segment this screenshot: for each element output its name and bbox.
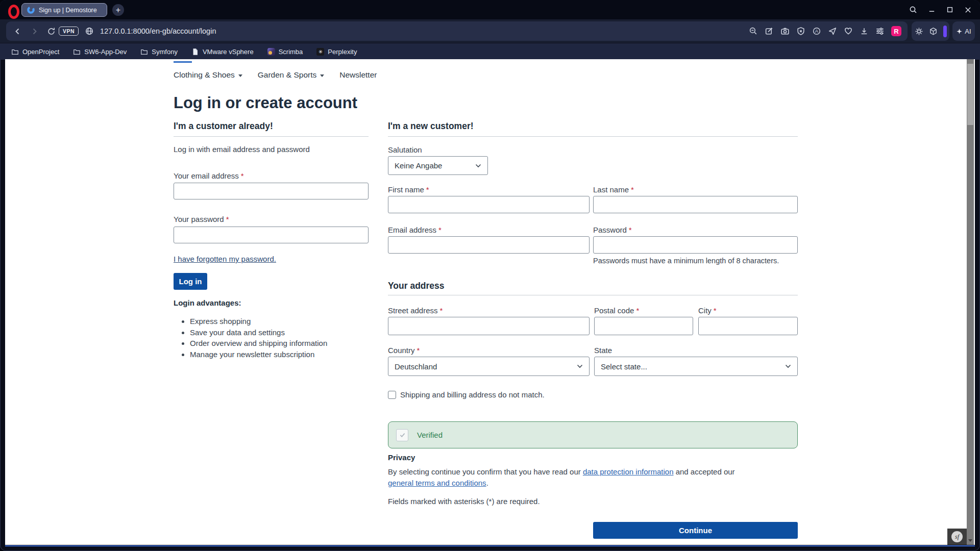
bookmark-scrimba[interactable]: Scrimba (267, 48, 303, 56)
chevron-down-icon (475, 164, 481, 168)
active-nav-underline (174, 61, 192, 63)
chevron-down-icon (785, 364, 791, 368)
state-select[interactable]: Select state... (594, 357, 798, 376)
forward-icon[interactable] (30, 27, 39, 36)
login-email-label: Your email address* (174, 171, 244, 180)
new-tab-button[interactable]: + (112, 4, 124, 16)
salutation-select[interactable]: Keine Angabe (388, 156, 488, 175)
bookmark-vmware-vsphere[interactable]: VMware vSphere (191, 48, 254, 56)
data-protection-link[interactable]: data protection information (583, 467, 674, 476)
shield-blocker-icon[interactable] (796, 27, 805, 36)
file-icon (191, 48, 199, 56)
scrollbar-thumb[interactable] (967, 64, 973, 125)
edit-note-icon[interactable] (765, 27, 774, 36)
search-icon[interactable] (909, 6, 917, 14)
chevron-down-icon (577, 364, 583, 368)
page-title: Log in or create account (174, 94, 357, 112)
close-icon[interactable] (964, 6, 972, 14)
password-hint: Passwords must have a minimum length of … (593, 257, 779, 265)
login-password-label: Your password* (174, 215, 229, 223)
last-name-input[interactable] (593, 196, 798, 213)
aria-ai-button[interactable]: AI (952, 21, 975, 41)
browser-tab[interactable]: Sign up | Demostore (21, 3, 107, 17)
plus-icon: + (116, 6, 120, 14)
check-icon (399, 432, 406, 438)
bookmark-openproject[interactable]: OpenProject (11, 48, 59, 56)
back-icon[interactable] (13, 27, 22, 36)
browser-window: Sign up | Demostore + VPN 127.0.0.1:80 (0, 0, 980, 551)
forgot-password-link-wrap: I have forgotten my password. (174, 255, 276, 263)
login-password-input[interactable] (174, 227, 369, 243)
snapshot-camera-icon[interactable] (780, 27, 790, 36)
divider (174, 136, 369, 137)
first-name-input[interactable] (388, 196, 590, 213)
minimize-icon[interactable] (928, 6, 936, 14)
package-cube-icon[interactable] (929, 27, 938, 36)
folder-icon (73, 48, 81, 56)
salutation-label: Salutation (388, 145, 422, 154)
window-frame: Sign up | Demostore + VPN 127.0.0.1:80 (0, 0, 980, 551)
tab-title: Sign up | Demostore (39, 7, 97, 14)
login-email-input[interactable] (174, 183, 369, 199)
site-favicon-icon (27, 6, 35, 14)
login-heading: I'm a customer already! (174, 121, 273, 132)
country-select[interactable]: Deutschland (388, 357, 590, 376)
captcha-checkbox[interactable] (396, 429, 408, 441)
ai-label: AI (965, 28, 971, 35)
country-label: Country* (388, 346, 420, 355)
terms-link[interactable]: general terms and conditions (388, 479, 486, 487)
captcha-verified-box: Verified (388, 421, 798, 448)
extensions-group (912, 21, 949, 41)
register-password-input[interactable] (593, 236, 798, 254)
nav-clothing-shoes[interactable]: Clothing & Shoes (174, 70, 242, 80)
address-bar[interactable]: VPN 127.0.0.1:8000/en-gb/account/login A… (6, 21, 908, 41)
first-name-label: First name* (388, 185, 429, 194)
download-icon[interactable] (860, 27, 869, 36)
sparkle-icon (956, 28, 963, 35)
bookmark-sw6-app-dev[interactable]: SW6-App-Dev (73, 48, 127, 56)
bookmark-symfony[interactable]: Symfony (140, 48, 178, 56)
heart-bookmark-icon[interactable] (844, 27, 853, 36)
scrollbar[interactable] (967, 59, 974, 545)
zoom-icon[interactable] (749, 27, 758, 36)
login-button[interactable]: Log in (174, 273, 207, 290)
register-email-label: Email address* (388, 226, 442, 234)
nav-newsletter[interactable]: Newsletter (339, 70, 377, 80)
toolbar: VPN 127.0.0.1:8000/en-gb/account/login A… (0, 19, 980, 43)
last-name-label: Last name* (593, 185, 634, 194)
window-controls (909, 0, 972, 19)
shop-navigation: Clothing & Shoes Garden & Sports Newslet… (174, 70, 377, 80)
opera-menu-icon[interactable] (8, 5, 19, 19)
list-item: Manage your newsletter subscription (190, 349, 327, 360)
forgot-password-link[interactable]: I have forgotten my password. (174, 255, 276, 263)
maximize-icon[interactable] (946, 6, 953, 13)
list-item: Save your data and settings (190, 327, 327, 338)
translate-icon[interactable]: A (812, 27, 821, 36)
site-info-globe-icon[interactable] (85, 27, 94, 36)
state-label: State (594, 346, 612, 355)
vpn-badge[interactable]: VPN (59, 27, 79, 36)
debug-gear-icon[interactable] (915, 27, 923, 36)
tab-bar: Sign up | Demostore + (0, 0, 980, 19)
privacy-line-1: By selecting continue you confirm that y… (388, 467, 735, 476)
bookmark-perplexity[interactable]: ✳ Perplexity (316, 48, 357, 56)
extension-r-icon[interactable]: R (891, 26, 901, 36)
divider (388, 136, 798, 137)
chevron-down-icon (320, 74, 324, 77)
scrollbar-down-arrow-icon[interactable] (968, 539, 972, 542)
nav-garden-sports[interactable]: Garden & Sports (258, 70, 324, 80)
continue-button[interactable]: Continue (593, 522, 798, 539)
city-input[interactable] (698, 317, 798, 335)
postal-code-input[interactable] (594, 317, 693, 335)
street-input[interactable] (388, 317, 590, 335)
extension-pill-icon[interactable] (943, 26, 947, 37)
url-text[interactable]: 127.0.0.1:8000/en-gb/account/login (100, 27, 216, 35)
address-bar-actions: A R (749, 26, 901, 36)
reload-icon[interactable] (47, 27, 56, 36)
register-email-input[interactable] (388, 236, 590, 254)
shipping-mismatch-checkbox[interactable] (388, 391, 396, 399)
login-advantages-heading: Login advantages: (174, 298, 241, 307)
flow-send-icon[interactable] (828, 27, 837, 36)
symfony-profiler-badge[interactable]: sf (947, 529, 967, 545)
settings-sliders-icon[interactable] (875, 27, 885, 36)
